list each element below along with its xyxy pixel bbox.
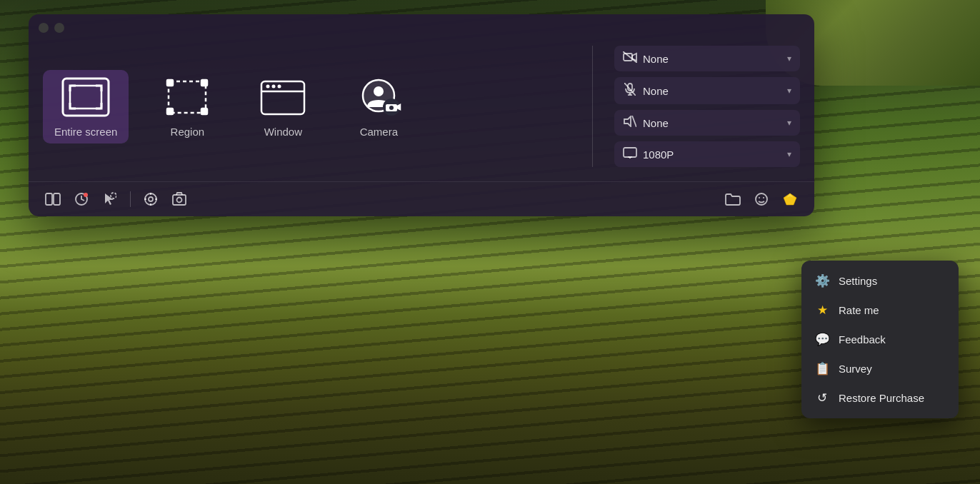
rate-me-label: Rate me <box>839 304 879 316</box>
svg-point-17 <box>389 106 394 110</box>
svg-rect-5 <box>167 109 173 114</box>
settings-label: Settings <box>839 275 877 287</box>
svg-rect-2 <box>169 81 206 113</box>
svg-rect-4 <box>201 80 207 86</box>
audio-value: None <box>643 117 781 129</box>
camera-chevron: ▾ <box>787 54 791 64</box>
folder-button[interactable] <box>720 186 746 212</box>
svg-point-11 <box>278 84 281 88</box>
section-divider <box>592 46 593 167</box>
svg-point-13 <box>374 86 384 96</box>
svg-rect-6 <box>201 109 207 114</box>
svg-point-9 <box>266 84 270 88</box>
camera-label: Camera <box>360 126 398 138</box>
settings-menu-item[interactable]: ⚙️ Settings <box>801 266 959 296</box>
region-icon <box>161 76 213 119</box>
restore-icon: ↺ <box>814 390 830 405</box>
svg-rect-41 <box>173 195 186 205</box>
capture-entire-screen[interactable]: Entire screen <box>43 70 129 143</box>
camera-dropdown[interactable]: None ▾ <box>614 46 800 71</box>
title-bar <box>29 14 814 39</box>
feedback-menu-item[interactable]: 💬 Feedback <box>801 325 959 354</box>
svg-point-33 <box>84 193 88 197</box>
cursor-button[interactable] <box>97 186 123 212</box>
svg-rect-1 <box>70 86 101 109</box>
volume-off-icon <box>623 116 637 130</box>
svg-point-43 <box>756 193 767 205</box>
camera-icon <box>353 76 404 119</box>
star-icon: ★ <box>814 303 830 318</box>
app-window: Entire screen Region <box>29 14 814 216</box>
svg-rect-30 <box>46 193 52 205</box>
resolution-dropdown[interactable]: 1080P ▾ <box>614 141 800 167</box>
svg-rect-31 <box>54 193 60 205</box>
toolbar-right <box>720 186 803 212</box>
survey-label: Survey <box>839 363 872 375</box>
schedule-button[interactable] <box>69 186 94 212</box>
monitor-icon <box>623 147 637 161</box>
svg-point-36 <box>149 197 153 201</box>
restore-purchase-menu-item[interactable]: ↺ Restore Purchase <box>801 383 959 413</box>
annotation-button[interactable] <box>138 186 164 212</box>
content-area: Entire screen Region <box>29 39 814 181</box>
svg-point-45 <box>763 197 764 198</box>
window-label: Window <box>264 126 302 138</box>
audio-dropdown[interactable]: None ▾ <box>614 110 800 136</box>
settings-icon: ⚙️ <box>814 273 830 288</box>
svg-point-42 <box>177 198 182 203</box>
capture-window[interactable]: Window <box>246 70 320 143</box>
region-label: Region <box>171 126 205 138</box>
toolbar <box>29 181 814 216</box>
camera-value: None <box>643 53 781 65</box>
mic-dropdown[interactable]: None ▾ <box>614 77 800 104</box>
window-icon <box>257 76 309 119</box>
svg-point-44 <box>759 197 760 198</box>
svg-point-35 <box>145 193 156 205</box>
mic-chevron: ▾ <box>787 86 791 96</box>
minimize-button[interactable] <box>54 23 64 33</box>
close-button[interactable] <box>39 23 49 33</box>
entire-screen-label: Entire screen <box>54 126 117 138</box>
mic-value: None <box>643 85 781 97</box>
rate-me-menu-item[interactable]: ★ Rate me <box>801 296 959 325</box>
context-menu: ⚙️ Settings ★ Rate me 💬 Feedback 📋 Surve… <box>801 261 959 418</box>
feedback-icon: 💬 <box>814 332 830 347</box>
capture-region[interactable]: Region <box>150 70 224 143</box>
entire-screen-icon <box>60 76 111 119</box>
svg-rect-3 <box>167 80 173 86</box>
svg-rect-27 <box>624 148 636 157</box>
premium-diamond-button[interactable] <box>777 186 803 212</box>
screenshot-button[interactable] <box>166 186 192 212</box>
toolbar-divider <box>130 191 131 207</box>
feedback-label: Feedback <box>839 333 886 346</box>
mic-off-icon <box>623 83 637 99</box>
svg-point-34 <box>111 193 116 198</box>
resolution-value: 1080P <box>643 148 781 161</box>
svg-marker-25 <box>624 116 631 126</box>
camera-off-icon <box>623 51 637 66</box>
svg-line-26 <box>632 116 636 127</box>
emoji-button[interactable] <box>749 186 774 212</box>
restore-purchase-label: Restore Purchase <box>839 392 924 404</box>
device-dropdowns: None ▾ None ▾ <box>614 46 800 167</box>
resolution-chevron: ▾ <box>787 149 791 159</box>
survey-menu-item[interactable]: 📋 Survey <box>801 354 959 383</box>
survey-icon: 📋 <box>814 361 830 376</box>
svg-point-10 <box>272 84 276 88</box>
capture-options: Entire screen Region <box>43 46 571 167</box>
side-by-side-button[interactable] <box>40 186 66 212</box>
capture-camera[interactable]: Camera <box>341 70 416 143</box>
svg-marker-16 <box>397 105 400 109</box>
audio-chevron: ▾ <box>787 118 791 128</box>
